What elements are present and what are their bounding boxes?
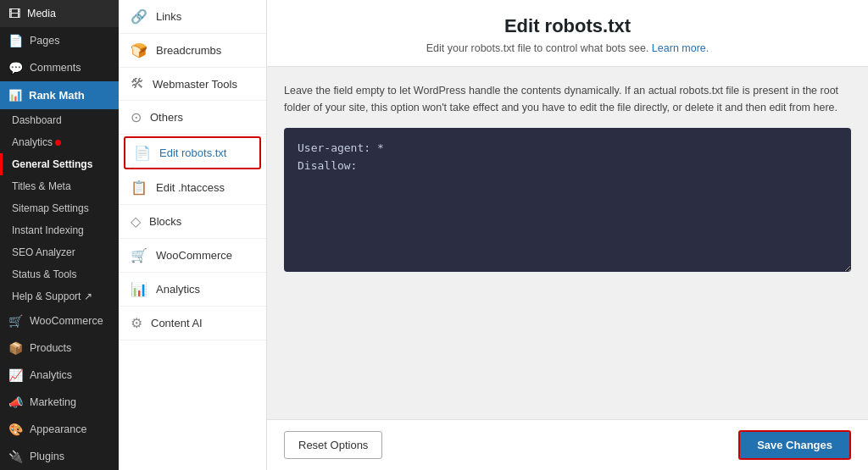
page-description: Edit your robots.txt file to control wha… xyxy=(287,42,848,54)
robots-description: Leave the field empty to let WordPress h… xyxy=(284,82,851,116)
submenu-instant-indexing[interactable]: Instant Indexing xyxy=(0,219,119,241)
nav-webmaster-tools[interactable]: 🛠 Webmaster Tools xyxy=(119,68,266,101)
submenu-sitemap-settings[interactable]: Sitemap Settings xyxy=(0,197,119,219)
submenu-titles-meta[interactable]: Titles & Meta xyxy=(0,175,119,197)
submenu-seo-analyzer[interactable]: SEO Analyzer xyxy=(0,241,119,263)
others-icon: ⊙ xyxy=(131,109,142,125)
marketing-icon: 📣 xyxy=(8,395,23,409)
sidebar-item-woocommerce[interactable]: 🛒 WooCommerce xyxy=(0,307,119,335)
sidebar-item-comments[interactable]: 💬 Comments xyxy=(0,54,119,81)
nav-woocommerce[interactable]: 🛒 WooCommerce xyxy=(119,239,266,273)
sidebar-item-appearance[interactable]: 🎨 Appearance xyxy=(0,416,119,443)
nav-edit-robots[interactable]: 📄 Edit robots.txt xyxy=(124,136,261,169)
sidebar-item-products[interactable]: 📦 Products xyxy=(0,335,119,362)
appearance-icon: 🎨 xyxy=(8,423,23,436)
nav-breadcrumbs[interactable]: 🍞 Breadcrumbs xyxy=(119,34,266,68)
plugins-icon: 🔌 xyxy=(8,450,23,463)
sidebar-item-analytics[interactable]: 📈 Analytics xyxy=(0,362,119,389)
content-body: Leave the field empty to let WordPress h… xyxy=(267,67,868,419)
woocommerce-icon: 🛒 xyxy=(8,314,23,328)
analytics-badge xyxy=(55,140,61,146)
reset-options-button[interactable]: Reset Options xyxy=(284,431,382,459)
submenu-dashboard[interactable]: Dashboard xyxy=(0,109,119,131)
webmaster-tools-icon: 🛠 xyxy=(131,76,144,91)
nav-analytics[interactable]: 📊 Analytics xyxy=(119,273,266,307)
submenu-general-settings[interactable]: General Settings xyxy=(0,153,119,175)
nav-analytics-icon: 📊 xyxy=(131,281,147,297)
nav-links[interactable]: 🔗 Links xyxy=(119,0,266,34)
sidebar: 🎞 Media 📄 Pages 💬 Comments 📊 Rank Math D… xyxy=(0,0,119,470)
rank-math-icon: 📊 xyxy=(8,89,22,102)
learn-more-link[interactable]: Learn more. xyxy=(652,42,709,54)
pages-icon: 📄 xyxy=(8,34,23,47)
content-ai-icon: ⚙ xyxy=(131,315,142,331)
nav-woocommerce-icon: 🛒 xyxy=(131,247,147,263)
links-icon: 🔗 xyxy=(131,8,147,25)
main-content: Edit robots.txt Edit your robots.txt fil… xyxy=(267,0,868,470)
media-icon: 🎞 xyxy=(8,7,20,20)
submenu-status-tools[interactable]: Status & Tools xyxy=(0,263,119,285)
nav-edit-htaccess[interactable]: 📋 Edit .htaccess xyxy=(119,171,266,205)
sidebar-item-media[interactable]: 🎞 Media xyxy=(0,0,119,27)
products-icon: 📦 xyxy=(8,341,23,355)
sidebar-item-plugins[interactable]: 🔌 Plugins xyxy=(0,443,119,470)
content-header: Edit robots.txt Edit your robots.txt fil… xyxy=(267,0,868,67)
blocks-icon: ◇ xyxy=(131,213,141,229)
rank-math-submenu: Dashboard Analytics General Settings Tit… xyxy=(0,109,119,307)
robots-textarea[interactable] xyxy=(284,128,851,272)
content-footer: Reset Options Save Changes xyxy=(267,419,868,470)
nav-blocks[interactable]: ◇ Blocks xyxy=(119,205,266,239)
breadcrumbs-icon: 🍞 xyxy=(131,42,147,58)
save-changes-button[interactable]: Save Changes xyxy=(738,430,851,460)
middle-nav: 🔗 Links 🍞 Breadcrumbs 🛠 Webmaster Tools … xyxy=(119,0,267,470)
sidebar-item-pages[interactable]: 📄 Pages xyxy=(0,27,119,54)
analytics-icon: 📈 xyxy=(8,368,23,382)
submenu-analytics[interactable]: Analytics xyxy=(0,131,119,153)
edit-robots-icon: 📄 xyxy=(134,145,151,161)
comments-icon: 💬 xyxy=(8,61,23,75)
submenu-help-support[interactable]: Help & Support ↗ xyxy=(0,285,119,307)
nav-content-ai[interactable]: ⚙ Content AI xyxy=(119,307,266,340)
sidebar-item-rank-math[interactable]: 📊 Rank Math xyxy=(0,81,119,109)
sidebar-item-marketing[interactable]: 📣 Marketing xyxy=(0,389,119,416)
nav-others[interactable]: ⊙ Others xyxy=(119,101,266,135)
edit-htaccess-icon: 📋 xyxy=(131,180,147,196)
page-title: Edit robots.txt xyxy=(287,15,848,37)
